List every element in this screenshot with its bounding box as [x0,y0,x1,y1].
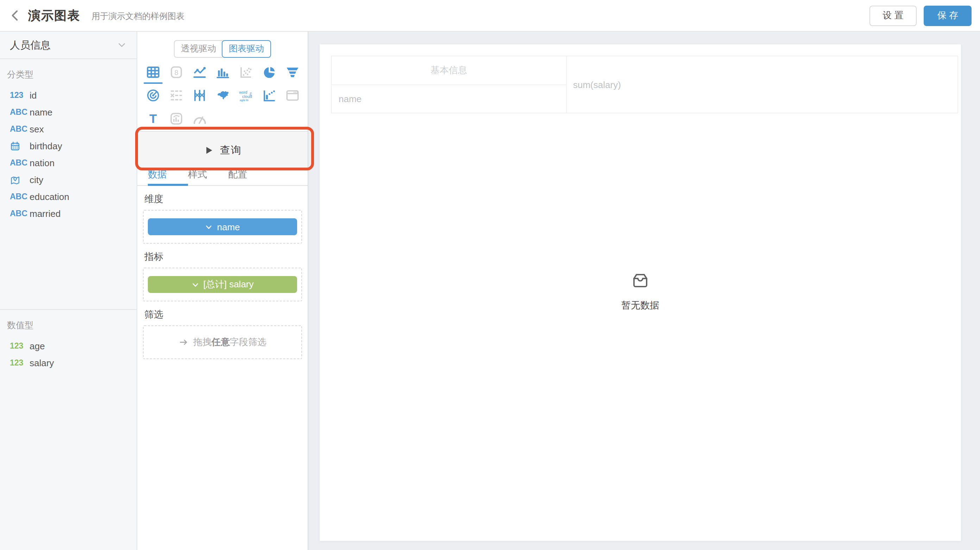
main-area: 人员信息 分类型 123 id ABC name ABC sex [0,32,980,550]
preview-canvas: 基本信息 name sum(salary) 暂无数据 [309,32,980,550]
parallel-chart-icon[interactable] [188,84,211,107]
dimension-pill-name[interactable]: name [148,218,297,235]
table-preview: 基本信息 name sum(salary) [331,56,958,113]
metric-pill-salary[interactable]: [总计] salary [148,276,297,293]
number-field-icon: 123 [10,359,30,367]
scatter-plot-icon[interactable] [234,61,258,84]
gauge-icon[interactable] [188,107,211,130]
chart-preview-card: 基本信息 name sum(salary) 暂无数据 [320,45,961,541]
field-city[interactable]: city [0,171,137,188]
chart-type-grid: 8 [142,61,304,130]
filter-hint-text: 拖拽任意字段筛选 [193,336,266,349]
field-label: married [30,208,60,218]
line-chart-icon[interactable] [188,61,211,84]
calendar-icon [10,140,30,151]
text-field-icon: ABC [10,108,30,116]
chevron-down-icon [117,40,127,50]
svg-text:cloud: cloud [242,94,252,99]
svg-text:T: T [149,112,157,125]
fields-sidebar: 人员信息 分类型 123 id ABC name ABC sex [0,32,137,550]
metric-card-icon[interactable]: 8 [165,61,188,84]
table-dimension-cell: name [332,85,566,113]
field-birthday[interactable]: birthday [0,137,137,154]
pivot-mode-button[interactable]: 透视驱动 [174,40,223,58]
field-label: city [30,174,43,185]
filter-section-label: 筛选 [144,308,301,321]
combo-card-icon[interactable] [165,107,188,130]
field-label: salary [30,357,54,368]
page-subtitle: 用于演示文档的样例图表 [92,11,185,22]
active-tab-indicator [148,184,188,186]
bar-chart-icon[interactable] [211,61,234,84]
chart-mode-button[interactable]: 图表驱动 [222,40,271,58]
section-divider [0,309,137,310]
field-married[interactable]: ABC married [0,205,137,222]
mode-toggle: 透视驱动 图表驱动 [137,32,308,58]
field-id[interactable]: 123 id [0,87,137,104]
tab-style[interactable]: 样式 [188,168,207,185]
categorical-section-label: 分类型 [7,69,137,81]
field-salary[interactable]: 123 salary [0,354,137,371]
settings-button[interactable]: 设 置 [869,5,917,26]
query-button[interactable]: 查询 [137,131,308,169]
field-label: age [30,341,45,351]
table-metric-cell: sum(salary) [567,56,958,113]
number-field-icon: 123 [10,91,30,99]
number-field-icon: 123 [10,341,30,350]
field-label: id [30,90,37,100]
chart-builder-panel: 透视驱动 图表驱动 8 [137,32,309,550]
table-group-header-cell: 基本信息 [332,56,566,85]
table-preview-left-column: 基本信息 name [332,56,567,113]
word-cloud-icon[interactable]: word tag cloud agile Bi [234,84,258,107]
field-education[interactable]: ABC education [0,188,137,205]
table-chart-icon[interactable] [142,61,165,84]
text-field-icon: ABC [10,158,30,167]
text-chart-icon[interactable]: T [142,107,165,130]
back-button[interactable] [7,7,24,24]
svg-text:8: 8 [174,69,178,77]
dimension-drop-zone[interactable]: name [143,210,302,244]
chevron-down-icon [205,223,213,231]
field-nation[interactable]: ABC nation [0,154,137,171]
funnel-chart-icon[interactable] [281,61,304,84]
dimension-section-label: 维度 [144,193,301,206]
field-label: name [30,107,52,117]
crosstab-icon[interactable] [165,84,188,107]
field-age[interactable]: 123 age [0,337,137,354]
query-button-label: 查询 [220,143,242,157]
field-name[interactable]: ABC name [0,104,137,120]
progress-scatter-icon[interactable] [258,84,281,107]
empty-box-icon [631,271,650,290]
numeric-section-label: 数值型 [7,320,137,332]
dataset-selector[interactable]: 人员信息 [0,32,137,59]
field-label: nation [30,158,54,168]
metric-section-label: 指标 [144,251,301,263]
metric-drop-zone[interactable]: [总计] salary [143,268,302,301]
text-field-icon: ABC [10,209,30,218]
field-sex[interactable]: ABC sex [0,120,137,137]
china-map-icon[interactable] [211,84,234,107]
app-header: 演示图表 用于演示文档的样例图表 设 置 保 存 [0,0,980,32]
field-label: education [30,191,69,202]
empty-state-text: 暂无数据 [621,299,659,312]
iframe-icon[interactable] [281,84,304,107]
chevron-down-icon [191,281,199,289]
text-field-icon: ABC [10,192,30,201]
svg-text:agile Bi: agile Bi [239,99,248,102]
save-button[interactable]: 保 存 [924,5,972,26]
chevron-left-icon [8,8,22,22]
page-title: 演示图表 [28,7,80,24]
builder-tabs: 数据 样式 配置 [137,169,308,186]
text-field-icon: ABC [10,124,30,133]
tab-config[interactable]: 配置 [228,168,247,185]
arrow-right-icon [178,337,188,347]
empty-state: 暂无数据 [621,271,659,312]
pie-chart-icon[interactable] [258,61,281,84]
field-label: sex [30,124,44,134]
play-icon [203,145,214,155]
tab-data[interactable]: 数据 [148,168,167,185]
dataset-name: 人员信息 [10,38,51,52]
radar-chart-icon[interactable] [142,84,165,107]
field-label: birthday [30,140,62,151]
filter-drop-zone[interactable]: 拖拽任意字段筛选 [143,325,302,359]
